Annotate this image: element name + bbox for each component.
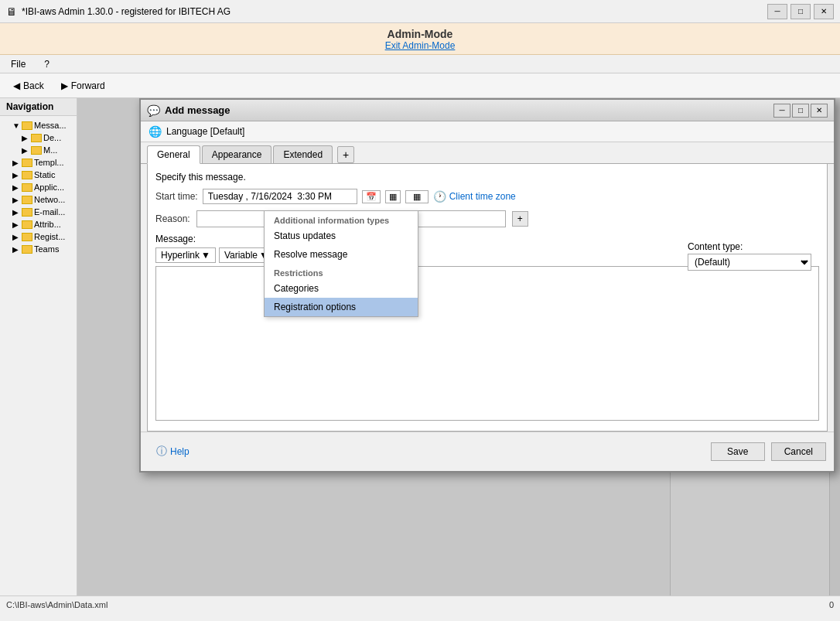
tab-add-button[interactable]: +: [337, 146, 354, 163]
folder-icon: [22, 183, 32, 192]
dialog-title-label: Add message: [165, 104, 230, 116]
add-message-dialog: 💬 Add message ─ □ ✕ 🌐 Language [Default]…: [139, 98, 835, 473]
dialog-title-bar: 💬 Add message ─ □ ✕: [141, 100, 834, 121]
folder-icon: [31, 146, 42, 155]
message-textarea[interactable]: [155, 266, 819, 421]
content-area: 💬 Add message ─ □ ✕ 🌐 Language [Default]…: [77, 98, 840, 595]
title-bar: 🖥 *IBI-aws Admin 1.30.0 - registered for…: [0, 0, 840, 23]
forward-button[interactable]: ▶ Forward: [54, 77, 112, 94]
expand-icon: ▶: [12, 245, 22, 254]
help-icon: ⓘ: [156, 445, 167, 459]
popup-menu: Additional information types Status upda…: [264, 210, 418, 317]
timezone-label: Client time zone: [449, 191, 516, 202]
dialog-footer: ⓘ Help Save Cancel: [141, 432, 834, 471]
exit-admin-mode-link[interactable]: Exit Admin-Mode: [0, 40, 840, 51]
status-path: C:\IBI-aws\Admin\Data.xml: [6, 600, 108, 609]
specify-message-label: Specify this message.: [155, 172, 246, 183]
popup-item-status-updates[interactable]: Status updates: [265, 227, 418, 245]
popup-item-registration-options[interactable]: Registration options: [265, 298, 418, 316]
nav-item-messages[interactable]: ▼ Messa...: [0, 119, 77, 131]
nav-item-static[interactable]: ▶ Static: [0, 169, 77, 181]
calendar-button[interactable]: 📅: [362, 190, 381, 203]
dialog-close-button[interactable]: ✕: [811, 104, 828, 118]
nav-item-network[interactable]: ▶ Netwo...: [0, 193, 77, 206]
navigation-panel: Navigation ▼ Messa... ▶ De... ▶ M... ▶ T…: [0, 98, 77, 595]
chevron-down-icon: ▼: [201, 250, 210, 261]
add-reason-button[interactable]: +: [512, 211, 528, 227]
content-type-select[interactable]: (Default): [688, 254, 811, 271]
hyperlink-button[interactable]: Hyperlink ▼: [155, 247, 216, 263]
nav-item-m[interactable]: ▶ M...: [0, 144, 77, 156]
expand-icon: ▶: [12, 159, 22, 167]
language-bar: 🌐 Language [Default]: [141, 121, 834, 142]
back-arrow-icon: ◀: [13, 80, 20, 91]
nav-item-teams[interactable]: ▶ Teams: [0, 243, 77, 255]
menu-help[interactable]: ?: [39, 57, 54, 71]
cancel-button[interactable]: Cancel: [771, 442, 826, 461]
message-label: Message:: [155, 234, 196, 244]
app-icon: 🖥: [6, 5, 17, 18]
toolbar: ◀ Back ▶ Forward: [0, 73, 840, 98]
folder-icon: [22, 208, 32, 217]
folder-icon: [22, 159, 32, 167]
tab-extended[interactable]: Extended: [273, 145, 333, 163]
folder-icon: [22, 196, 32, 204]
main-layout: Navigation ▼ Messa... ▶ De... ▶ M... ▶ T…: [0, 98, 840, 595]
specify-message-row: Specify this message.: [155, 172, 819, 183]
start-time-input[interactable]: [203, 189, 357, 204]
expand-icon: ▶: [12, 220, 22, 229]
timezone-button[interactable]: 🕐 Client time zone: [433, 190, 516, 203]
expand-icon: ▶: [12, 196, 22, 204]
tab-general[interactable]: General: [147, 145, 200, 164]
dialog-maximize-button[interactable]: □: [792, 104, 809, 118]
dialog-controls: ─ □ ✕: [773, 104, 828, 118]
forward-arrow-icon: ▶: [61, 80, 68, 91]
expand-icon: ▼: [12, 121, 22, 130]
nav-item-templates[interactable]: ▶ Templ...: [0, 156, 77, 169]
popup-item-resolve-message[interactable]: Resolve message: [265, 245, 418, 264]
grid-options-button[interactable]: ▦: [385, 190, 401, 203]
nav-header: Navigation: [0, 98, 77, 116]
save-button[interactable]: Save: [711, 442, 765, 461]
folder-icon: [22, 171, 32, 179]
menu-bar: File ?: [0, 55, 840, 73]
reason-label: Reason:: [155, 213, 190, 224]
folder-icon: [22, 121, 32, 130]
dialog-minimize-button[interactable]: ─: [773, 104, 790, 118]
expand-icon: ▶: [22, 146, 31, 155]
status-count: 0: [829, 600, 834, 609]
nav-item-email[interactable]: ▶ E-mail...: [0, 206, 77, 218]
clock-icon: 🕐: [433, 190, 446, 203]
nav-item-applications[interactable]: ▶ Applic...: [0, 181, 77, 193]
popup-item-categories[interactable]: Categories: [265, 279, 418, 298]
maximize-button[interactable]: □: [790, 4, 811, 19]
expand-icon: ▶: [12, 171, 22, 179]
folder-icon: [22, 220, 32, 229]
end-time-button[interactable]: ▦: [405, 190, 429, 203]
menu-file[interactable]: File: [6, 57, 30, 71]
popup-section-restrictions: Restrictions: [265, 264, 418, 279]
tab-appearance[interactable]: Appearance: [202, 145, 272, 163]
close-button[interactable]: ✕: [814, 4, 834, 19]
nav-item-de[interactable]: ▶ De...: [0, 131, 77, 144]
back-button[interactable]: ◀ Back: [6, 77, 51, 94]
popup-section-additional: Additional information types: [265, 211, 418, 227]
expand-icon: ▶: [12, 208, 22, 217]
start-time-row: Start time: 📅 ▦ ▦ 🕐 Client time zone: [155, 189, 819, 204]
nav-item-attributes[interactable]: ▶ Attrib...: [0, 218, 77, 230]
globe-icon: 🌐: [149, 125, 162, 138]
start-time-label: Start time:: [155, 191, 198, 202]
status-bar: C:\IBI-aws\Admin\Data.xml 0: [0, 595, 840, 612]
minimize-button[interactable]: ─: [767, 4, 787, 19]
window-title: *IBI-aws Admin 1.30.0 - registered for I…: [22, 6, 230, 17]
folder-icon: [31, 134, 42, 142]
content-type-label: Content type:: [688, 241, 811, 252]
help-label[interactable]: Help: [170, 446, 190, 457]
nav-tree: ▼ Messa... ▶ De... ▶ M... ▶ Templ... ▶: [0, 116, 77, 258]
reason-row: Reason: +: [155, 210, 819, 227]
tab-bar: General Appearance Extended +: [141, 142, 834, 164]
nav-item-registration[interactable]: ▶ Regist...: [0, 230, 77, 243]
dialog-icon: 💬: [147, 104, 160, 117]
folder-icon: [22, 233, 32, 241]
content-type-section: Content type: (Default): [688, 241, 811, 271]
